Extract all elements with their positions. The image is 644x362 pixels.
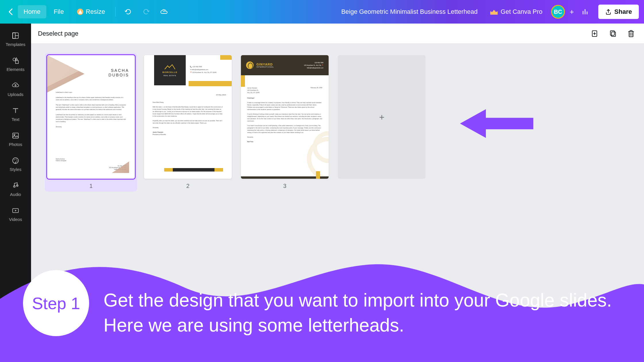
svg-point-6 [14, 134, 15, 135]
page2-brand: BORCELLE [162, 71, 177, 74]
step-label: Step 1 [32, 294, 80, 313]
insights-icon[interactable] [577, 5, 594, 19]
duplicate-page-icon[interactable] [607, 27, 619, 40]
templates-icon [11, 31, 20, 40]
page-thumbnail-3[interactable]: GINYARD INTERNATIONAL 123-456-7890 123 A… [241, 55, 329, 179]
page3-brand: GINYARD [256, 63, 274, 66]
sidebar-item-label: Styles [10, 167, 22, 172]
svg-point-10 [17, 161, 18, 161]
uploads-icon [11, 81, 20, 90]
decor-bar [189, 81, 232, 86]
share-label: Share [614, 8, 632, 16]
add-page-button[interactable]: ＋ [338, 55, 425, 179]
document-title[interactable]: Beige Geometric Minimalist Business Lett… [336, 8, 483, 16]
top-bar: Home File Resize Beige Geometric Minimal… [0, 0, 644, 24]
decor-bar [241, 75, 245, 87]
page1-name: SACHA DUBOIS [108, 68, 129, 77]
elements-icon [11, 56, 20, 65]
mountain-logo-icon [164, 64, 176, 70]
decor-bar [164, 168, 173, 172]
decor-bar [241, 176, 329, 179]
avatar[interactable]: BC [551, 5, 565, 19]
sidebar-item-styles[interactable]: Styles [0, 151, 31, 176]
redo-icon[interactable] [138, 5, 154, 19]
sidebar-item-elements[interactable]: Elements [0, 51, 31, 76]
sidebar-item-label: Audio [10, 192, 21, 197]
divider [115, 7, 116, 17]
page3-brand-sub: INTERNATIONAL [256, 66, 274, 68]
page2-brand-sub: REAL ESTATE [164, 75, 176, 76]
page-thumbnail-1-wrap: SACHA DUBOIS Letterhead is what it says:… [45, 53, 137, 192]
sidebar-item-templates[interactable]: Templates [0, 26, 31, 51]
page-thumbnail-2[interactable]: BORCELLE REAL ESTATE 📞 +123-456-7890✉ he… [144, 55, 232, 179]
page-thumbnail-2-wrap: BORCELLE REAL ESTATE 📞 +123-456-7890✉ he… [144, 55, 232, 189]
page-thumbnail-3-wrap: GINYARD INTERNATIONAL 123-456-7890 123 A… [241, 55, 329, 189]
sidebar-item-label: Photos [9, 142, 22, 147]
svg-rect-14 [610, 31, 614, 35]
step-text: Get the design that you want to import i… [103, 288, 627, 338]
annotation-arrow [457, 103, 533, 144]
svg-rect-5 [13, 133, 18, 138]
sidebar-item-audio[interactable]: Audio [0, 176, 31, 201]
undo-icon[interactable] [120, 5, 136, 19]
resize-label: Resize [86, 8, 105, 16]
svg-point-9 [16, 159, 17, 160]
home-button[interactable]: Home [18, 5, 46, 18]
svg-rect-4 [16, 61, 18, 63]
page-number: 2 [186, 183, 189, 189]
share-button[interactable]: Share [598, 5, 639, 19]
page1-name-last: DUBOIS [108, 73, 129, 77]
sidebar-item-photos[interactable]: Photos [0, 126, 31, 151]
step-badge: Step 1 [23, 270, 89, 336]
svg-rect-1 [13, 33, 15, 38]
add-page-icon[interactable] [588, 27, 601, 40]
subbar-actions [588, 27, 637, 40]
sidebar-item-label: Templates [6, 42, 25, 47]
deselect-page-button[interactable]: Deselect page [38, 30, 78, 37]
page3-body: Greetings! A letter is a message written… [247, 97, 322, 145]
decor-bar [214, 168, 223, 172]
plus-icon: ＋ [377, 111, 386, 123]
resize-button[interactable]: Resize [71, 5, 111, 18]
home-label: Home [24, 8, 41, 16]
page3-header: GINYARD INTERNATIONAL 123-456-7890 123 A… [241, 55, 329, 75]
back-chevron-icon[interactable] [5, 6, 16, 18]
sidebar-item-videos[interactable]: Videos [0, 201, 31, 226]
sidebar-item-uploads[interactable]: Uploads [0, 76, 31, 101]
page1-signature: Sacha DuboisInterior Designer [56, 158, 66, 161]
add-member-icon[interactable]: + [568, 8, 576, 16]
sidebar-item-text[interactable]: Text [0, 101, 31, 126]
text-icon [11, 106, 20, 115]
top-left-group: Home File Resize [5, 5, 172, 19]
page2-date: 20 May 2023 [216, 94, 226, 96]
share-icon [605, 9, 612, 15]
resize-badge-icon [77, 9, 83, 15]
sidebar-item-label: Elements [7, 67, 25, 72]
page3-contact: 123-456-7890 123 Anywhere St., Any City … [304, 61, 323, 69]
flame-logo-icon [246, 61, 254, 69]
get-pro-button[interactable]: Get Canva Pro [484, 5, 548, 18]
svg-point-8 [14, 159, 15, 160]
page3-address: Jamie Chastain 123 Anywhere St., Any Cit… [247, 87, 260, 94]
delete-page-icon[interactable] [625, 27, 637, 40]
page1-body: Letterhead is what it says: Letterhead i… [56, 91, 126, 131]
decor-bar [316, 171, 320, 179]
file-label: File [54, 8, 64, 16]
styles-icon [11, 156, 20, 165]
page2-contact: 📞 +123-456-7890✉ hello@reallygreatsite.c… [190, 65, 216, 74]
sidebar-item-label: Videos [9, 217, 22, 222]
cloud-sync-icon[interactable] [156, 5, 172, 19]
page3-date: February 28, 2030 [310, 87, 322, 88]
add-page-wrap: ＋ [338, 55, 425, 179]
sub-bar: Deselect page [31, 24, 644, 44]
videos-icon [11, 206, 20, 215]
audio-icon [11, 181, 20, 190]
file-button[interactable]: File [48, 5, 70, 18]
page-number: 3 [283, 183, 286, 189]
page1-name-first: SACHA [108, 68, 129, 73]
page-thumbnail-1[interactable]: SACHA DUBOIS Letterhead is what it says:… [47, 55, 135, 179]
avatar-initials: BC [554, 9, 562, 15]
sidebar-item-label: Text [12, 117, 20, 122]
decor-bar [220, 55, 232, 60]
page2-logo-block: BORCELLE REAL ESTATE [154, 55, 186, 85]
